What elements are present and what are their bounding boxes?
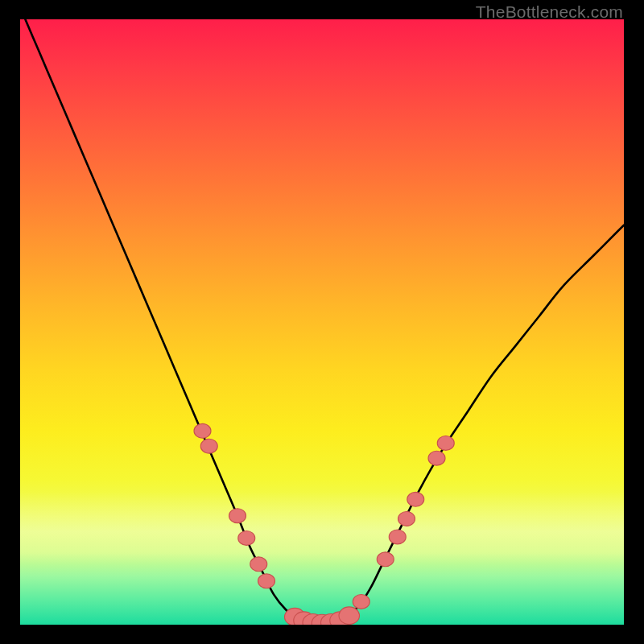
chart-marker-layer [20, 19, 624, 625]
chart-marker [407, 492, 424, 506]
chart-marker [250, 557, 267, 572]
app-frame: TheBottleneck.com [0, 0, 644, 644]
chart-marker [339, 607, 360, 625]
chart-marker [353, 594, 369, 609]
chart-marker [389, 530, 406, 544]
chart-marker [437, 436, 454, 450]
chart-plot-area [20, 19, 624, 625]
chart-marker [200, 439, 217, 453]
chart-marker [238, 531, 255, 546]
chart-marker [398, 511, 415, 526]
chart-marker [258, 574, 275, 588]
chart-marker [428, 451, 445, 465]
chart-marker [229, 509, 246, 523]
chart-marker [194, 423, 211, 438]
chart-marker [377, 552, 394, 567]
attribution-watermark: TheBottleneck.com [476, 2, 623, 22]
